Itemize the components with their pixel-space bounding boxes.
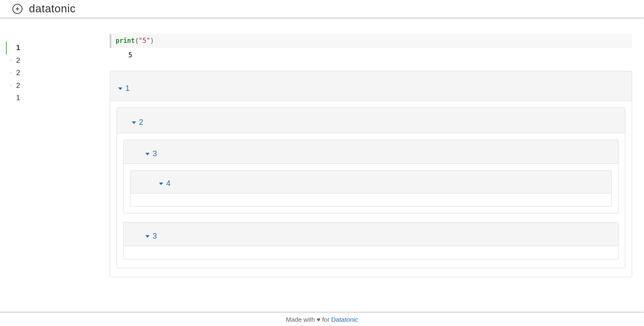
panel-header[interactable]: 2 [117, 108, 625, 133]
toc-item[interactable]: › 1 [6, 92, 106, 104]
panel-header[interactable]: 4 [131, 171, 611, 194]
heart-icon: ♥ [317, 316, 321, 323]
panel-header[interactable]: 3 [124, 140, 618, 164]
panel-body: 3 [117, 133, 625, 259]
panel-3: 3 [123, 140, 618, 214]
footer-link[interactable]: Datatonic [331, 316, 358, 323]
caret-right-icon: › [10, 70, 14, 76]
panel-title: 3 [153, 149, 157, 158]
footer-text: Made with [286, 316, 315, 323]
panel-1: 1 2 [110, 71, 632, 277]
toc-sidebar: › 1 › 2 › 2 › 2 › 1 [0, 18, 106, 312]
footer: Made with ♥ for Datatonic [0, 312, 644, 326]
toc-label: 2 [16, 55, 20, 66]
panel-body [124, 246, 618, 259]
chevron-down-icon [131, 120, 136, 125]
toc-label: 2 [16, 67, 20, 79]
caret-right-icon: › [10, 58, 14, 64]
chevron-down-icon [118, 86, 123, 91]
toc-item[interactable]: › 2 [6, 67, 106, 79]
chevron-down-icon [145, 234, 150, 239]
toc-item[interactable]: › 2 [6, 79, 106, 92]
code-token-punc: ( [135, 37, 139, 45]
panel-2: 2 3 [116, 107, 625, 268]
footer-text: for [322, 316, 330, 323]
panel-header[interactable]: 1 [110, 71, 632, 101]
caret-right-icon: › [10, 83, 14, 89]
brand-name: datatonic [29, 2, 76, 15]
code-token-func: print [116, 37, 135, 45]
chevron-down-icon [145, 152, 150, 157]
toc-item[interactable]: › 2 [6, 54, 106, 67]
code-token-string: "5" [139, 37, 150, 45]
cell-output: 5 [110, 48, 632, 62]
toc-item[interactable]: › 1 [6, 42, 106, 54]
panel-body: 2 3 [110, 101, 632, 268]
main-area: › 1 › 2 › 2 › 2 › 1 print("5") 5 [0, 18, 644, 312]
panel-title: 1 [125, 84, 130, 93]
toc-label: 1 [16, 42, 20, 53]
chevron-down-icon [159, 181, 164, 186]
panel-3: 3 [123, 222, 618, 259]
panel-header[interactable]: 3 [124, 222, 618, 246]
panel-title: 4 [166, 179, 170, 188]
panel-body [131, 194, 611, 206]
app-header: datatonic [0, 0, 644, 18]
notebook-content: print("5") 5 1 [106, 18, 644, 312]
panel-title: 2 [139, 118, 143, 127]
toc-label: 1 [16, 93, 20, 104]
brand-logo[interactable]: datatonic [12, 2, 76, 15]
toc-label: 2 [16, 80, 20, 91]
panel-title: 3 [153, 232, 157, 241]
code-cell[interactable]: print("5") [110, 34, 632, 48]
panel-body: 4 [124, 164, 618, 207]
panel-4: 4 [130, 170, 612, 207]
brand-icon [12, 3, 23, 14]
code-token-punc: ) [150, 37, 154, 45]
